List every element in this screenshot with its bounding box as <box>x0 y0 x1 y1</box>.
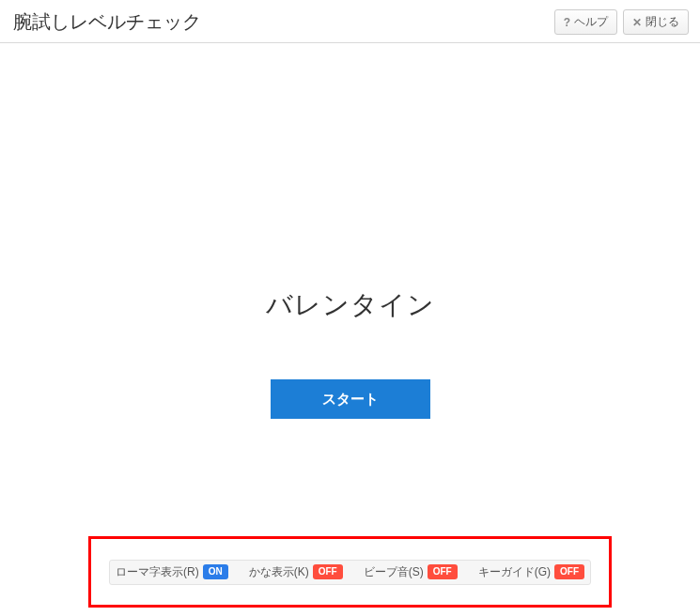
option-state-badge: OFF <box>554 564 584 579</box>
option-state-badge: OFF <box>428 564 458 579</box>
help-label: ヘルプ <box>574 14 608 30</box>
option-kana[interactable]: かな表示(K) OFF <box>249 564 343 580</box>
close-label: 閉じる <box>646 14 679 30</box>
help-button[interactable]: ? ヘルプ <box>554 9 617 35</box>
options-highlight: ローマ字表示(R) ON かな表示(K) OFF ビープ音(S) OFF キーガ… <box>88 536 612 608</box>
option-keyguide[interactable]: キーガイド(G) OFF <box>478 564 584 580</box>
options-bar: ローマ字表示(R) ON かな表示(K) OFF ビープ音(S) OFF キーガ… <box>109 560 591 585</box>
option-state-badge: ON <box>203 564 228 579</box>
option-label: ビープ音(S) <box>364 564 424 580</box>
start-label: スタート <box>322 391 379 408</box>
close-button[interactable]: ✕ 閉じる <box>623 9 689 35</box>
option-label: ローマ字表示(R) <box>116 564 199 580</box>
option-state-badge: OFF <box>313 564 343 579</box>
main-area: バレンタイン スタート ローマ字表示(R) ON かな表示(K) OFF ビープ… <box>0 43 700 616</box>
option-romaji[interactable]: ローマ字表示(R) ON <box>116 564 228 580</box>
help-icon: ? <box>564 16 570 29</box>
start-button[interactable]: スタート <box>271 379 430 419</box>
page-title: 腕試しレベルチェック <box>13 9 201 35</box>
option-label: かな表示(K) <box>249 564 309 580</box>
header: 腕試しレベルチェック ? ヘルプ ✕ 閉じる <box>0 0 700 43</box>
option-beep[interactable]: ビープ音(S) OFF <box>364 564 458 580</box>
option-label: キーガイド(G) <box>478 564 551 580</box>
close-icon: ✕ <box>632 16 642 29</box>
header-buttons: ? ヘルプ ✕ 閉じる <box>554 9 689 35</box>
prompt-word: バレンタイン <box>0 287 700 323</box>
